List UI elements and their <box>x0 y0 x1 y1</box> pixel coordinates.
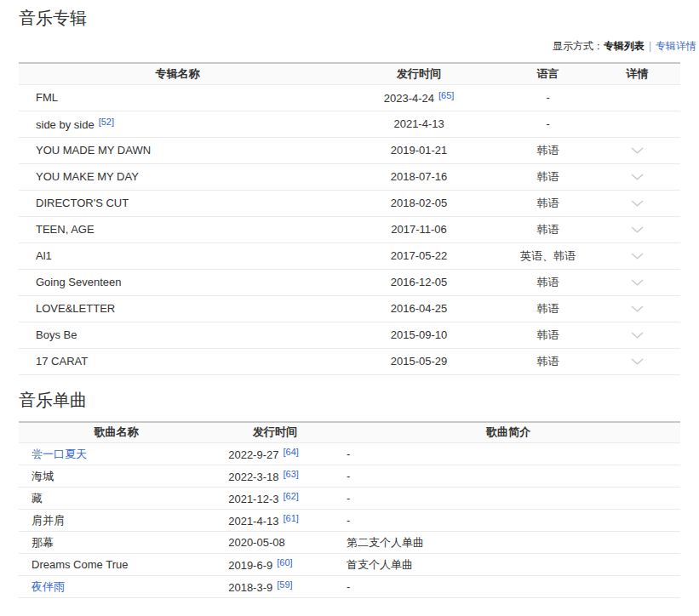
album-language-cell: 韩语 <box>501 322 594 348</box>
display-mode-option-list[interactable]: 专辑列表 <box>604 40 645 52</box>
album-table-row: DIRECTOR'S CUT 2018-02-05 韩语 <box>19 190 680 216</box>
song-release-date: 2021-4-13 <box>228 515 278 528</box>
album-name: FML <box>36 91 58 104</box>
chevron-down-icon[interactable] <box>631 332 644 339</box>
album-release-date-cell: 2015-09-10 <box>336 322 501 348</box>
album-release-date: 2017-05-22 <box>391 249 448 262</box>
album-name: Al1 <box>36 249 52 262</box>
albums-table-header: 专辑名称 发行时间 语言 详情 <box>19 63 680 84</box>
album-name: DIRECTOR'S CUT <box>36 197 129 209</box>
single-table-row: 那幕 2020-05-08 第二支个人单曲 <box>19 532 680 554</box>
chevron-down-icon[interactable] <box>631 174 644 180</box>
citation-ref-link[interactable]: [65] <box>438 90 454 100</box>
album-language-cell: 英语、韩语 <box>501 242 594 269</box>
album-table-row: side by side[52] 2021-4-13 - <box>19 111 680 137</box>
album-name-cell: 17 CARAT <box>19 348 336 374</box>
chevron-down-icon[interactable] <box>631 147 644 154</box>
song-release-date: 2021-12-3 <box>228 493 278 505</box>
album-release-date: 2016-04-25 <box>391 302 448 315</box>
album-release-date-cell: 2018-07-16 <box>336 163 501 190</box>
album-release-date-cell: 2018-02-05 <box>336 190 501 216</box>
album-release-date-cell: 2019-01-21 <box>336 137 501 163</box>
song-name-cell: Dreams Come True <box>19 554 214 576</box>
song-name-cell: 肩并肩 <box>19 510 214 532</box>
display-mode-option-detail[interactable]: 专辑详情 <box>656 40 696 52</box>
album-name-cell: YOU MAKE MY DAY <box>19 163 336 190</box>
album-name: LOVE&LETTER <box>36 302 115 315</box>
song-release-date-cell: 2019-6-9[60] <box>214 554 336 576</box>
album-table-row: YOU MAKE MY DAY 2018-07-16 韩语 <box>19 163 680 190</box>
song-release-date: 2022-9-27 <box>228 448 278 461</box>
song-release-date: 2018-3-9 <box>228 581 272 594</box>
album-release-date: 2019-01-21 <box>391 144 448 157</box>
album-detail-cell <box>594 269 680 295</box>
song-release-date-cell: 2020-05-08 <box>214 532 336 554</box>
albums-table: 专辑名称 发行时间 语言 详情 FML 2023-4-24[65] - side… <box>19 62 680 375</box>
album-table-row: YOU MADE MY DAWN 2019-01-21 韩语 <box>19 137 680 163</box>
album-language-cell: 韩语 <box>501 348 594 374</box>
song-name: Dreams Come True <box>32 558 128 571</box>
chevron-down-icon[interactable] <box>631 253 644 260</box>
album-detail-cell <box>594 111 680 137</box>
album-name: Going Seventeen <box>36 276 121 288</box>
citation-ref-link[interactable]: [59] <box>277 579 292 590</box>
album-name-cell: DIRECTOR'S CUT <box>19 190 336 216</box>
album-language-cell: 韩语 <box>501 269 594 295</box>
single-table-row: Dreams Come True 2019-6-9[60] 首支个人单曲 <box>19 554 680 576</box>
album-release-date-cell: 2015-05-29 <box>336 348 501 374</box>
citation-ref-link[interactable]: [52] <box>99 117 114 127</box>
album-name-cell: Going Seventeen <box>19 269 336 295</box>
album-language-cell: 韩语 <box>501 216 594 242</box>
album-name: YOU MAKE MY DAY <box>36 170 139 183</box>
album-release-date-cell: 2023-4-24[65] <box>336 84 501 111</box>
song-name: 肩并肩 <box>32 514 65 527</box>
citation-ref-link[interactable]: [63] <box>283 469 298 479</box>
chevron-down-icon[interactable] <box>631 226 644 233</box>
display-mode-separator: | <box>649 40 651 52</box>
song-intro-cell: - <box>336 510 680 532</box>
song-name[interactable]: 夜伴雨 <box>32 580 65 593</box>
album-release-date-cell: 2017-11-06 <box>336 216 501 242</box>
song-name[interactable]: 尝一口夏天 <box>32 448 87 460</box>
album-name-cell: LOVE&LETTER <box>19 295 336 322</box>
album-name-cell: side by side[52] <box>19 111 336 137</box>
chevron-down-icon[interactable] <box>631 200 644 207</box>
citation-ref-link[interactable]: [61] <box>283 513 298 523</box>
citation-ref-link[interactable]: [64] <box>283 447 298 457</box>
header-row: 专辑名称 发行时间 语言 详情 <box>19 63 680 84</box>
album-table-row: LOVE&LETTER 2016-04-25 韩语 <box>19 295 680 322</box>
song-release-date-cell: 2018-3-9[59] <box>214 576 336 598</box>
album-name-cell: YOU MADE MY DAWN <box>19 137 336 163</box>
album-language-cell: - <box>501 84 594 111</box>
citation-ref-link[interactable]: [62] <box>283 491 298 501</box>
column-header-language: 语言 <box>501 63 594 84</box>
album-release-date: 2021-4-13 <box>393 117 444 130</box>
chevron-down-icon[interactable] <box>631 279 644 286</box>
chevron-down-icon[interactable] <box>631 305 644 312</box>
chevron-down-icon[interactable] <box>631 358 644 365</box>
song-intro-cell: - <box>336 576 680 598</box>
album-name-cell: Al1 <box>19 242 336 269</box>
album-language-cell: 韩语 <box>501 190 594 216</box>
song-name: 那幕 <box>32 536 54 549</box>
citation-ref-link[interactable]: [60] <box>277 557 292 568</box>
album-release-date: 2023-4-24 <box>384 92 434 105</box>
album-release-date: 2015-05-29 <box>391 355 448 368</box>
album-release-date-cell: 2021-4-13 <box>336 111 501 137</box>
album-release-date: 2015-09-10 <box>391 328 448 341</box>
song-name: 藏 <box>32 492 43 505</box>
album-release-date: 2018-07-16 <box>391 170 448 183</box>
column-header-song-intro: 歌曲简介 <box>336 422 680 443</box>
song-name-cell: 夜伴雨 <box>19 576 214 598</box>
song-name-cell: 藏 <box>19 488 214 510</box>
album-language-cell: 韩语 <box>501 163 594 190</box>
album-language-cell: 韩语 <box>501 295 594 322</box>
album-language-cell: - <box>501 111 594 137</box>
album-detail-cell <box>594 295 680 322</box>
single-table-row: 海城 2022-3-18[63] - <box>19 465 680 488</box>
album-detail-cell <box>594 348 680 374</box>
album-table-row: Boys Be 2015-09-10 韩语 <box>19 322 680 348</box>
song-release-date-cell: 2022-9-27[64] <box>214 443 336 465</box>
album-detail-cell <box>594 216 680 242</box>
header-row: 歌曲名称 发行时间 歌曲简介 <box>19 422 680 443</box>
